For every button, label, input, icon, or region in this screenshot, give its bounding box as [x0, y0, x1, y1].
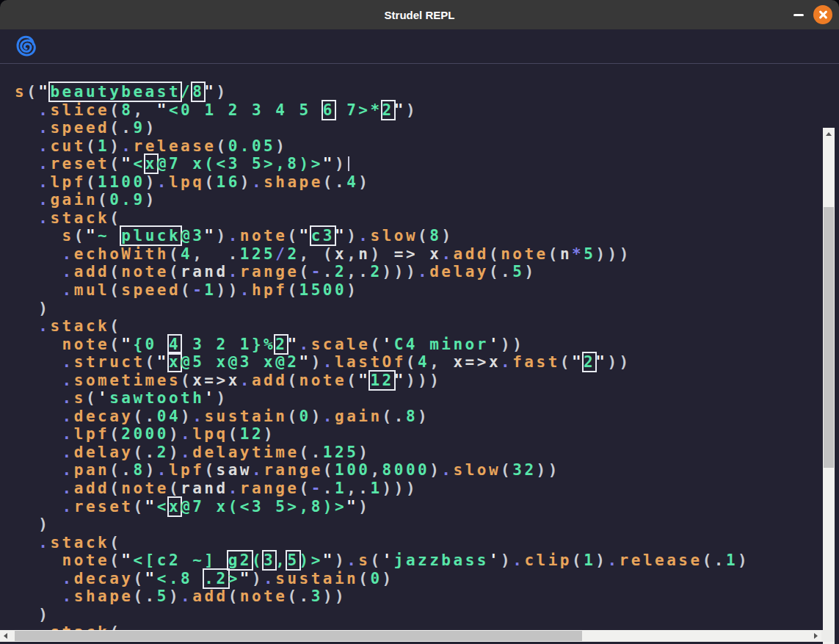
code-token: s	[15, 83, 26, 101]
code-line[interactable]: .shape(.5).add(note(.3))	[15, 587, 821, 606]
code-token: (	[228, 587, 240, 605]
code-token: .	[62, 245, 74, 263]
code-token: 125	[323, 444, 358, 461]
code-token: .	[607, 551, 619, 569]
code-line[interactable]: .slice(8, "<0 1 2 3 4 5 6 7>*2")	[15, 101, 821, 120]
code-line[interactable]: .cut(1).release(0.05)	[15, 137, 821, 156]
active-event-token: 2	[584, 353, 595, 371]
code-token: '	[489, 551, 501, 569]
code-token: lastOf	[335, 353, 406, 371]
code-line[interactable]: .sometimes(x=>x.add(note("12")))	[15, 372, 821, 390]
code-line[interactable]: )	[15, 300, 821, 318]
code-token: 9	[133, 119, 145, 137]
code-token: slice	[50, 101, 109, 119]
code-token	[15, 209, 38, 227]
strudel-spiral-logo[interactable]	[15, 35, 38, 58]
scroll-up-icon[interactable]	[826, 132, 832, 136]
code-token	[15, 155, 38, 173]
code-token: )	[429, 461, 441, 479]
code-line[interactable]: .lpf(2000).lpq(12)	[15, 425, 821, 444]
code-token: "	[287, 336, 299, 353]
code-token: )	[358, 173, 370, 191]
scroll-left-icon[interactable]	[4, 633, 7, 639]
code-token: (	[86, 389, 98, 407]
code-line[interactable]: .delay(.2).delaytime(.125)	[15, 444, 821, 462]
code-token: 0	[299, 408, 311, 425]
code-token: (	[109, 155, 121, 173]
code-line[interactable]: )	[15, 515, 821, 534]
code-line[interactable]: note("<[c2 ~] g2(3,5)>").s('jazzbass').c…	[15, 551, 821, 570]
code-token: .	[358, 263, 370, 281]
code-line[interactable]: .add(note(rand.range(-.2,.2))).delay(.5)	[15, 263, 821, 281]
code-line[interactable]: note("{0 4 3 2 1}%2".scale('C4 minor'))	[15, 336, 821, 354]
code-token: .	[38, 155, 50, 173]
code-line[interactable]: .pan(.8).lpf(saw.range(100,8000).slow(32…	[15, 461, 821, 480]
code-line[interactable]: .add(note(rand.range(-.1,.1)))	[15, 480, 821, 498]
close-button[interactable]	[813, 5, 832, 24]
code-line[interactable]: .stack(	[15, 209, 821, 228]
vertical-scrollbar-thumb[interactable]	[824, 207, 834, 468]
code-token: (	[299, 263, 311, 281]
code-token: ,	[429, 353, 441, 371]
code-line[interactable]: )	[15, 606, 821, 624]
code-token: decay	[74, 570, 134, 587]
code-line[interactable]: .stack(	[15, 317, 821, 336]
code-token: .	[299, 587, 311, 605]
code-token: )	[441, 227, 453, 245]
code-token: add	[454, 245, 489, 263]
code-line[interactable]: s("beautybeast/8")	[15, 83, 821, 101]
horizontal-scrollbar[interactable]	[0, 630, 821, 642]
code-token: .	[62, 425, 74, 443]
code-line[interactable]: .struct("x@5 x@3 x@2").lastOf(4, x=>x.fa…	[15, 353, 821, 372]
code-editor[interactable]: s("beautybeast/8") .slice(8, "<0 1 2 3 4…	[0, 64, 821, 630]
code-token: )	[595, 551, 607, 569]
code-token: note	[121, 480, 169, 497]
code-token: (	[572, 551, 584, 569]
code-token: 5	[157, 587, 169, 605]
code-line[interactable]: .stack(	[15, 623, 821, 630]
code-line[interactable]: .stack(	[15, 534, 821, 552]
titlebar[interactable]: Strudel REPL	[0, 0, 839, 29]
code-line[interactable]: .gain(0.9)	[15, 191, 821, 209]
editor-area: s("beautybeast/8") .slice(8, "<0 1 2 3 4…	[0, 64, 839, 644]
code-token: .	[121, 137, 133, 155]
code-token: 8	[429, 227, 441, 245]
code-token: (	[133, 587, 145, 605]
active-event-token: g2	[228, 551, 252, 569]
code-token: 1	[335, 480, 346, 497]
code-token: rand	[181, 480, 228, 497]
active-event-token: 2	[382, 101, 394, 119]
code-token: (	[169, 245, 181, 263]
code-token: .	[311, 444, 323, 461]
code-token: speed	[50, 119, 109, 137]
code-line[interactable]: .s('sawtooth')	[15, 389, 821, 408]
code-line[interactable]: .reset("<x@7 x(<3 5>,8)>")	[15, 498, 821, 516]
horizontal-scrollbar-thumb[interactable]	[15, 631, 582, 641]
vertical-scrollbar[interactable]	[823, 128, 835, 644]
code-token: .	[145, 408, 157, 425]
active-event-token: 5	[287, 551, 299, 569]
minimize-button[interactable]	[791, 7, 807, 22]
code-token: ,	[346, 263, 358, 281]
code-line[interactable]: s("~ pluck@3").note("c3").slow(8)	[15, 227, 821, 245]
code-line[interactable]: .decay("<.8 .2>").sustain(0)	[15, 570, 821, 588]
code-token: (	[252, 551, 264, 569]
code-token: <[c2 ~]	[133, 551, 228, 569]
code-token: x	[429, 245, 441, 263]
code-token	[15, 227, 62, 245]
scroll-right-icon[interactable]	[814, 633, 818, 639]
code-token: (	[548, 245, 560, 263]
code-line[interactable]: .echoWith(4, .125/2, (x,n) => x.add(note…	[15, 245, 821, 264]
code-token: delay	[429, 263, 489, 281]
code-token: "	[595, 353, 607, 371]
code-line[interactable]: .speed(.9)	[15, 119, 821, 137]
code-line[interactable]: .lpf(1100).lpq(16).shape(.4)	[15, 173, 821, 192]
code-token: )	[240, 173, 252, 191]
code-line[interactable]: .reset("<x@7 x(<3 5>,8)>")	[15, 155, 821, 173]
code-line[interactable]: .mul(speed(-1)).hpf(1500)	[15, 281, 821, 300]
code-token: "	[240, 570, 252, 587]
code-token: pan	[74, 461, 109, 479]
app-header	[0, 29, 839, 64]
code-line[interactable]: .decay(.04).sustain(0).gain(.8)	[15, 408, 821, 426]
code-token: 16	[217, 173, 240, 191]
